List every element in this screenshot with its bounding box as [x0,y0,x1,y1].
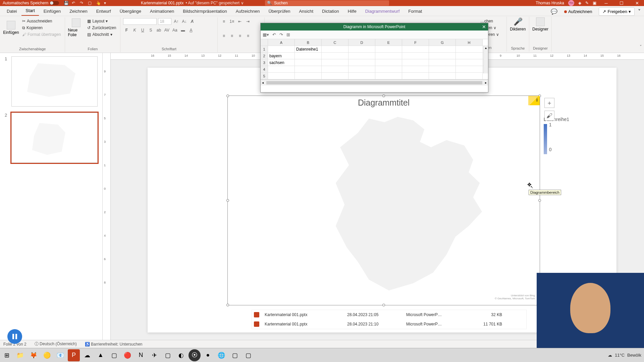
recording-pause-button[interactable] [7,329,22,344]
tab-uebergaenge[interactable]: Übergänge [116,7,145,16]
saved-location[interactable]: • Auf "diesem PC" gespeichert ∨ [185,1,244,5]
save-icon[interactable]: 💾 [64,1,68,5]
grid-cell[interactable] [375,73,402,79]
decrease-font-icon[interactable]: A↓ [181,18,187,25]
firefox-icon[interactable]: 🦊 [28,349,40,361]
app-icon[interactable]: ◐ [175,349,187,361]
resize-handle[interactable] [226,199,229,202]
app-icon[interactable]: ▢ [242,349,254,361]
diamond-icon[interactable]: ◈ [578,1,581,5]
grid-cell[interactable] [322,66,348,72]
app-icon[interactable]: ● [202,349,214,361]
grid-cell[interactable] [402,66,429,72]
dictate-button[interactable]: 🎤Diktieren [509,17,526,32]
col-header-f[interactable]: F [402,39,429,46]
col-header-h[interactable]: H [456,39,483,46]
grid-cell[interactable] [268,73,295,79]
file-row[interactable]: Kartenmaterial 001.pptx 28.04.2023 21:05… [252,310,526,319]
tab-format[interactable]: Format [404,7,426,16]
col-header-b[interactable]: B [295,39,322,46]
grid-cell[interactable] [375,66,402,72]
collapse-ribbon-icon[interactable]: ˅ [638,8,641,15]
col-header-e[interactable]: E [375,39,402,46]
user-name[interactable]: Thomas Hruska [536,1,564,5]
grid-cell[interactable] [429,59,456,66]
col-header-c[interactable]: C [322,39,348,46]
grid-cell[interactable] [375,59,402,66]
tab-aufzeichnen[interactable]: Aufzeichnen [232,7,264,16]
search-box[interactable]: 🔍 Suchen [265,0,389,6]
resize-handle[interactable] [226,304,229,306]
app-icon[interactable]: ▢ [162,349,174,361]
grid-cell[interactable] [322,53,348,59]
grid-cell[interactable] [268,66,295,72]
grid-cell[interactable] [429,73,456,79]
layout-button[interactable]: ▦Layout▾ [86,18,117,24]
section-button[interactable]: ▤Abschnitt▾ [86,32,117,38]
cut-button[interactable]: ✂Ausschneiden [21,18,62,24]
grid-cell[interactable] [456,59,483,66]
shadow-button[interactable]: ab [155,27,162,34]
row-header[interactable]: 3 [261,59,268,66]
weather-icon[interactable]: ☁ [608,353,612,358]
grid-cell[interactable]: sachsen [268,59,295,66]
redo-icon[interactable]: ↷ [80,1,85,5]
grid-cell[interactable] [402,53,429,59]
tab-diagrammentwurf[interactable]: Diagrammentwurf [361,7,404,16]
grid-cell[interactable] [295,66,322,72]
slide-thumbnail-2[interactable] [11,113,98,163]
telegram-icon[interactable]: ✈ [148,349,160,361]
underline-button[interactable]: U [139,27,146,34]
comments-icon[interactable]: 💬 [551,8,557,15]
align-justify-icon[interactable]: ≡ [245,33,251,39]
grid-cell[interactable]: bayern [268,53,295,59]
chart-object[interactable]: i Diagrammtitel Unterstützt von Bing © G… [227,96,540,305]
grid-cell[interactable] [348,59,375,66]
col-header-a[interactable]: A [268,39,295,46]
data-grid[interactable]: A B C D E F G H 1Datenreihe12bayern3sach… [261,39,488,79]
grid-cell[interactable] [375,46,402,52]
tab-zeichnen[interactable]: Zeichnen [65,7,91,16]
new-slide-button[interactable]: Neue Folie [68,18,85,37]
grid-cell[interactable] [348,73,375,79]
grid-cell[interactable] [402,59,429,66]
outlook-icon[interactable]: 📧 [54,349,66,361]
minimize-button[interactable]: ─ [600,1,612,6]
ribbon-expand-icon[interactable]: ˅ [640,44,642,49]
grid-cell[interactable] [429,53,456,59]
user-avatar[interactable]: TH [568,0,574,6]
vlc-icon[interactable]: ▲ [95,349,107,361]
grid-cell[interactable] [402,46,429,52]
tab-ansicht[interactable]: Ansicht [295,7,317,16]
align-left-icon[interactable]: ≡ [220,33,227,39]
resize-handle[interactable] [382,304,385,306]
tab-animationen[interactable]: Animationen [146,7,178,16]
row-header[interactable]: 4 [261,66,268,72]
chart-elements-button[interactable]: ＋ [544,98,554,108]
tab-entwurf[interactable]: Entwurf [92,7,115,16]
file-name[interactable]: Kartenmaterial 001.pptx [141,1,183,5]
file-row[interactable]: Kartenmaterial 001.pptx 28.04.2023 21:10… [252,319,526,329]
designer-button[interactable]: Designer [532,17,549,32]
clear-format-icon[interactable]: A̸ [189,18,196,25]
data-editor-grid-icon[interactable]: ⊞ [286,32,290,37]
strike-button[interactable]: S [147,27,154,34]
grid-cell[interactable]: Datenreihe1 [295,46,322,52]
tab-hilfe[interactable]: Hilfe [344,7,361,16]
grid-cell[interactable] [295,53,322,59]
data-editor-menu-icon[interactable]: ▦▾ [263,32,269,37]
indent-dec-icon[interactable]: ⇤ [236,18,243,25]
grid-cell[interactable] [348,53,375,59]
copy-button[interactable]: ⧉Kopieren [21,25,62,31]
grid-vertical-scrollbar[interactable]: ▴ [483,46,488,73]
tab-start[interactable]: Start [21,6,39,16]
file-explorer-icon[interactable]: 📁 [14,349,26,361]
grid-cell[interactable] [348,46,375,52]
start-button[interactable]: ⊞ [1,349,13,361]
weather-cond[interactable]: Bewölk [627,353,641,358]
data-editor-close-icon[interactable]: ✕ [482,24,486,29]
edge-icon[interactable]: 🌐 [215,349,227,361]
slide-thumbnail-1[interactable] [11,56,98,107]
app-icon[interactable]: ▢ [229,349,241,361]
chart-styles-button[interactable]: 🖌 [544,111,554,121]
